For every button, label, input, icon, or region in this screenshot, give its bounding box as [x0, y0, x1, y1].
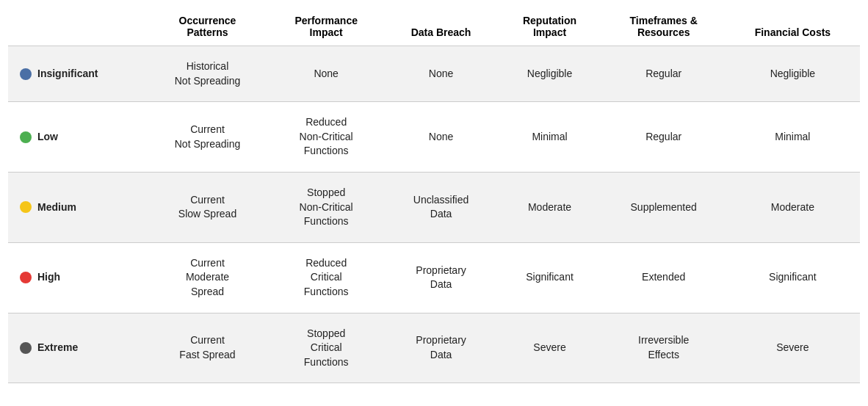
severity-cell: Extreme — [8, 313, 147, 383]
data_breach-cell: UnclassifiedData — [385, 172, 498, 242]
financial-cell: Severe — [726, 313, 860, 383]
severity-label-text: High — [37, 270, 60, 285]
severity-dot — [20, 342, 32, 354]
timeframes-cell: Regular — [602, 46, 726, 102]
data_breach-cell: None — [385, 102, 498, 173]
performance-cell: ReducedCriticalFunctions — [268, 242, 385, 313]
table-row: InsignificantHistoricalNot SpreadingNone… — [8, 46, 860, 102]
severity-label-text: Insignificant — [37, 67, 98, 81]
reputation-cell: Minimal — [497, 102, 601, 173]
occurrence-cell: CurrentSlow Spread — [147, 172, 267, 242]
financial-cell: Moderate — [726, 172, 860, 242]
data_breach-cell: None — [385, 46, 498, 102]
severity-cell: Low — [8, 102, 147, 173]
financial-cell: Significant — [726, 242, 860, 313]
performance-cell: None — [268, 46, 385, 102]
severity-dot — [20, 201, 32, 213]
severity-label-text: Extreme — [37, 341, 78, 355]
column-header-timeframes: Timeframes &Resources — [602, 7, 726, 46]
severity-label-text: Low — [37, 130, 58, 145]
reputation-cell: Moderate — [497, 172, 601, 242]
reputation-cell: Severe — [497, 313, 601, 383]
column-header-reputation: ReputationImpact — [497, 7, 601, 46]
table-row: HighCurrentModerateSpreadReducedCritical… — [8, 242, 860, 313]
column-header-severity — [8, 7, 147, 46]
reputation-cell: Negligible — [497, 46, 601, 102]
performance-cell: StoppedNon-CriticalFunctions — [268, 172, 385, 242]
severity-dot — [20, 272, 32, 283]
occurrence-cell: HistoricalNot Spreading — [147, 46, 267, 102]
table-row: ExtremeCurrentFast SpreadStoppedCritical… — [8, 313, 860, 383]
severity-dot — [20, 131, 32, 143]
occurrence-cell: CurrentNot Spreading — [147, 102, 267, 173]
severity-dot — [20, 68, 32, 80]
reputation-cell: Significant — [497, 242, 601, 313]
severity-label-text: Medium — [37, 200, 76, 215]
column-header-financial: Financial Costs — [726, 7, 860, 46]
column-header-occurrence: OccurrencePatterns — [147, 7, 267, 46]
data_breach-cell: ProprietaryData — [385, 242, 498, 313]
risk-matrix-table: OccurrencePatternsPerformanceImpactData … — [8, 7, 860, 383]
severity-cell: Insignificant — [8, 46, 147, 102]
performance-cell: StoppedCriticalFunctions — [268, 313, 385, 383]
column-header-data_breach: Data Breach — [385, 7, 498, 46]
severity-cell: Medium — [8, 172, 147, 242]
occurrence-cell: CurrentModerateSpread — [147, 242, 267, 313]
financial-cell: Negligible — [726, 46, 860, 102]
timeframes-cell: Supplemented — [602, 172, 726, 242]
timeframes-cell: IrreversibleEffects — [602, 313, 726, 383]
timeframes-cell: Regular — [602, 102, 726, 173]
timeframes-cell: Extended — [602, 242, 726, 313]
financial-cell: Minimal — [726, 102, 860, 173]
table-row: MediumCurrentSlow SpreadStoppedNon-Criti… — [8, 172, 860, 242]
occurrence-cell: CurrentFast Spread — [147, 313, 267, 383]
severity-cell: High — [8, 242, 147, 313]
data_breach-cell: ProprietaryData — [385, 313, 498, 383]
column-header-performance: PerformanceImpact — [268, 7, 385, 46]
table-row: LowCurrentNot SpreadingReducedNon-Critic… — [8, 102, 860, 173]
performance-cell: ReducedNon-CriticalFunctions — [268, 102, 385, 173]
